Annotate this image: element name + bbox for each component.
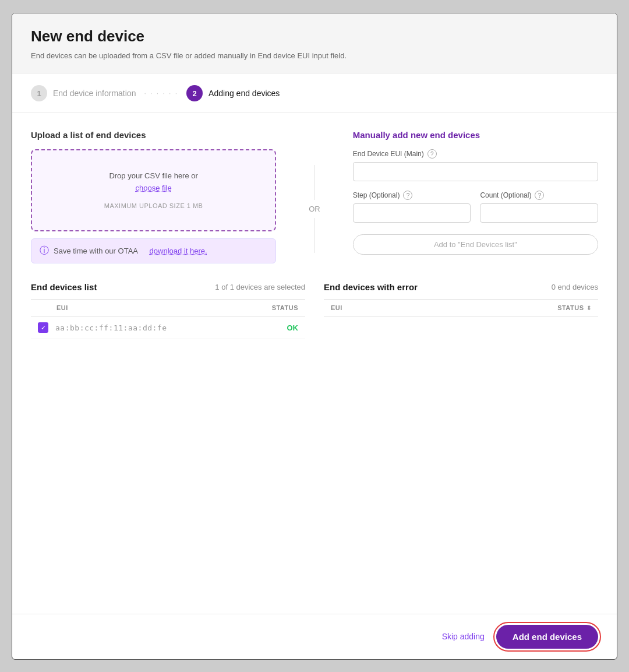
otaa-hint-text: Save time with our OTAA (54, 247, 138, 255)
error-panel-count: 0 end devices (552, 283, 598, 291)
step-input[interactable] (353, 203, 471, 223)
eui-input[interactable] (353, 162, 598, 181)
count-input[interactable] (480, 203, 598, 223)
modal-body: Upload a list of end devices Drop your C… (12, 112, 617, 614)
step-1: 1 End device information (31, 85, 136, 101)
modal-title: New end device (31, 27, 598, 45)
step-label: Step (Optional) ? (353, 191, 471, 200)
add-to-list-button[interactable]: Add to "End Devices list" (353, 234, 598, 255)
dropzone-max: MAXIMUM UPLOAD SIZE 1 MB (46, 202, 261, 209)
list-table-header: EUI STATUS (31, 299, 305, 316)
eui-label: End Device EUI (Main) ? (353, 149, 598, 159)
list-panel-count: 1 of 1 devices are selected (215, 283, 305, 291)
or-line-top (314, 165, 315, 200)
dropzone-text: Drop your CSV file here or (46, 171, 261, 180)
error-col-eui: EUI (331, 304, 557, 311)
row-checkbox[interactable]: ✓ (38, 322, 48, 333)
checkbox-check-icon: ✓ (41, 324, 46, 332)
choose-file-link[interactable]: choose file (136, 184, 172, 192)
bottom-section: End devices list 1 of 1 devices are sele… (31, 282, 598, 339)
new-end-device-modal: New end device End devices can be upload… (12, 13, 617, 660)
error-table-header: EUI STATUS ⇕ (324, 299, 598, 316)
or-divider: OR (295, 130, 334, 253)
info-icon: ⓘ (40, 245, 49, 257)
end-devices-list-panel: End devices list 1 of 1 devices are sele… (31, 282, 305, 339)
error-panel-title: End devices with error (324, 282, 418, 292)
modal-header: New end device End devices can be upload… (12, 13, 617, 74)
error-col-status[interactable]: STATUS ⇕ (557, 304, 591, 311)
list-panel-title: End devices list (31, 282, 97, 292)
step-form-group: Step (Optional) ? (353, 191, 471, 223)
eui-help-icon[interactable]: ? (427, 149, 437, 159)
or-line-bottom (314, 218, 315, 253)
step-count-row: Step (Optional) ? Count (Optional) ? (353, 191, 598, 232)
count-help-icon[interactable]: ? (535, 191, 544, 200)
list-col-status: STATUS (272, 304, 298, 311)
table-row: ✓ aa:bb:cc:ff:11:aa:dd:fe OK (31, 316, 305, 339)
step-help-icon[interactable]: ? (403, 191, 412, 200)
row-eui: aa:bb:cc:ff:11:aa:dd:fe (55, 323, 280, 332)
step-dots: · · · · · · (144, 89, 178, 97)
list-panel-header: End devices list 1 of 1 devices are sele… (31, 282, 305, 292)
top-section: Upload a list of end devices Drop your C… (31, 130, 598, 263)
step-1-label: End device information (53, 89, 136, 98)
dropzone[interactable]: Drop your CSV file here or choose file M… (31, 149, 276, 231)
error-panel-header: End devices with error 0 end devices (324, 282, 598, 292)
count-label: Count (Optional) ? (480, 191, 598, 200)
count-form-group: Count (Optional) ? (480, 191, 598, 223)
step-2-label: Adding end devices (209, 89, 280, 98)
or-text: OR (309, 205, 320, 213)
list-col-eui: EUI (56, 304, 265, 311)
eui-form-group: End Device EUI (Main) ? (353, 149, 598, 181)
step-2: 2 Adding end devices (186, 85, 280, 101)
manual-section-title: Manually add new end devices (353, 130, 598, 140)
skip-adding-button[interactable]: Skip adding (442, 632, 485, 641)
upload-section-title: Upload a list of end devices (31, 130, 276, 140)
modal-subtitle: End devices can be uploaded from a CSV f… (31, 50, 598, 62)
sort-icon: ⇕ (586, 305, 592, 311)
add-end-devices-button[interactable]: Add end devices (496, 625, 598, 649)
modal-footer: Skip adding Add end devices (12, 614, 617, 659)
step-2-circle: 2 (186, 85, 203, 101)
upload-section: Upload a list of end devices Drop your C… (31, 130, 295, 263)
otaa-hint: ⓘ Save time with our OTAA download it he… (31, 238, 276, 263)
row-status: OK (287, 323, 299, 332)
error-panel: End devices with error 0 end devices EUI… (324, 282, 598, 339)
step-1-circle: 1 (31, 85, 47, 101)
manual-section: Manually add new end devices End Device … (334, 130, 598, 255)
otaa-download-link[interactable]: download it here. (150, 247, 207, 255)
stepper: 1 End device information · · · · · · 2 A… (12, 73, 617, 112)
